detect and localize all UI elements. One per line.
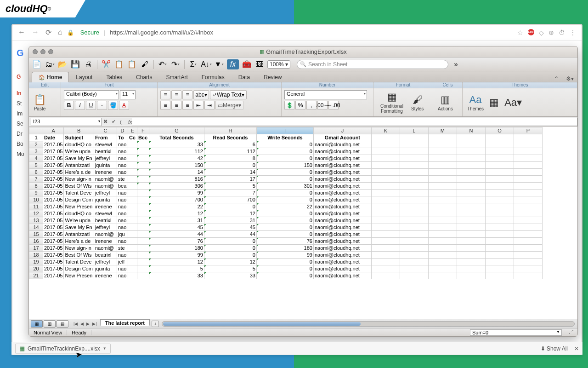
view-layout-icon[interactable]: ▥	[44, 320, 56, 328]
cell[interactable]	[137, 196, 149, 203]
cell[interactable]: jqu	[117, 231, 128, 238]
cell[interactable]	[371, 245, 400, 252]
cell[interactable]: 0	[204, 245, 256, 252]
cell[interactable]: Best Of Wis	[64, 252, 94, 259]
timer-icon[interactable]: ⏱	[559, 29, 565, 36]
cell[interactable]	[371, 141, 400, 148]
sum-display[interactable]: Sum=0	[470, 329, 562, 336]
cell[interactable]: jeffreyl	[94, 155, 117, 162]
cell[interactable]: irenene	[94, 238, 117, 245]
cell[interactable]	[514, 190, 542, 196]
cell[interactable]	[137, 141, 149, 148]
cell[interactable]	[128, 176, 137, 183]
header-cell[interactable]	[428, 134, 457, 141]
cell[interactable]: 45	[204, 224, 256, 231]
row-header[interactable]: 2	[29, 141, 43, 148]
cell[interactable]: 8	[204, 155, 256, 162]
currency-icon[interactable]: 💲	[284, 101, 294, 110]
cell[interactable]	[514, 155, 542, 162]
cell[interactable]	[428, 265, 457, 272]
cell[interactable]	[137, 238, 149, 245]
cell[interactable]	[137, 259, 149, 265]
italic-button[interactable]: I	[75, 101, 85, 110]
cell[interactable]: 44	[149, 231, 204, 238]
cell[interactable]	[457, 148, 485, 155]
cell[interactable]	[428, 238, 457, 245]
row-header[interactable]: 7	[29, 176, 43, 183]
cell[interactable]: 0	[256, 176, 313, 183]
cell[interactable]	[457, 203, 485, 210]
row-header[interactable]: 16	[29, 238, 43, 245]
cell[interactable]	[400, 252, 428, 259]
cell[interactable]	[428, 183, 457, 190]
header-cell[interactable]: Cc	[128, 134, 137, 141]
cell[interactable]	[428, 176, 457, 183]
cell[interactable]: 2017-05	[43, 148, 64, 155]
show-all-button[interactable]: ⬇ Show All	[541, 345, 568, 352]
cell[interactable]	[371, 203, 400, 210]
cell[interactable]: Here's a de	[64, 169, 94, 176]
row-header[interactable]: 4	[29, 155, 43, 162]
header-cell[interactable]: Gmail Account	[313, 134, 371, 141]
cell[interactable]: Talent Deve	[64, 259, 94, 265]
conditional-formatting-button[interactable]: ▦Conditional Formatting	[376, 90, 407, 115]
cell[interactable]: 2017-05	[43, 217, 64, 224]
cell[interactable]: naomi@cloudhq.net	[313, 162, 371, 169]
col-header-M[interactable]: M	[428, 127, 457, 134]
cell[interactable]	[400, 217, 428, 224]
cell[interactable]: naomi@cloudhq.net	[313, 224, 371, 231]
cell[interactable]: irenene	[94, 203, 117, 210]
copy-icon[interactable]: 📋	[114, 59, 124, 69]
cell[interactable]: jeffreyl	[94, 224, 117, 231]
cell[interactable]	[128, 203, 137, 210]
cell[interactable]	[128, 169, 137, 176]
cell[interactable]: 42	[149, 155, 204, 162]
cell[interactable]	[485, 148, 514, 155]
cell[interactable]	[485, 245, 514, 252]
cell[interactable]: 0	[204, 238, 256, 245]
cell[interactable]	[514, 224, 542, 231]
col-header-L[interactable]: L	[400, 127, 428, 134]
cell[interactable]	[371, 252, 400, 259]
cell[interactable]: 0	[256, 155, 313, 162]
merge-button[interactable]: ▭ Merge ▾	[215, 101, 243, 110]
cell[interactable]: 33	[149, 141, 204, 148]
cell[interactable]	[514, 265, 542, 272]
cell[interactable]	[428, 148, 457, 155]
cell[interactable]	[485, 190, 514, 196]
header-cell[interactable]	[485, 134, 514, 141]
cell[interactable]: 0	[256, 217, 313, 224]
media-icon[interactable]: 🖼	[254, 59, 265, 69]
cell[interactable]: Design Com	[64, 265, 94, 272]
cell[interactable]	[400, 245, 428, 252]
forward-icon[interactable]: →	[32, 28, 39, 37]
cell[interactable]	[128, 272, 137, 279]
row-header[interactable]: 21	[29, 272, 43, 279]
cell[interactable]	[457, 224, 485, 231]
view-normal-icon[interactable]: ▦	[31, 320, 43, 328]
cell[interactable]	[137, 155, 149, 162]
cell[interactable]	[514, 252, 542, 259]
cell[interactable]	[400, 265, 428, 272]
col-header-G[interactable]: G	[149, 127, 204, 134]
reload-icon[interactable]: ⟳	[45, 28, 51, 37]
cell[interactable]: 700	[204, 196, 256, 203]
cell[interactable]	[485, 224, 514, 231]
themes-button[interactable]: AaThemes	[465, 93, 486, 112]
cell[interactable]	[514, 238, 542, 245]
cell[interactable]: naomi@cloudhq.net	[313, 231, 371, 238]
cell[interactable]	[371, 238, 400, 245]
cell[interactable]	[400, 141, 428, 148]
accept-formula-icon[interactable]: ✔	[112, 119, 120, 125]
header-cell[interactable]	[371, 134, 400, 141]
cell[interactable]: jquinta	[94, 265, 117, 272]
cell[interactable]: 112	[149, 148, 204, 155]
cell[interactable]: 2017-05	[43, 203, 64, 210]
cell[interactable]: 0	[256, 169, 313, 176]
cell[interactable]: 22	[149, 203, 204, 210]
cell[interactable]: 99	[149, 252, 204, 259]
formula-input[interactable]	[132, 118, 577, 126]
cell[interactable]	[428, 217, 457, 224]
cell[interactable]	[457, 245, 485, 252]
cell[interactable]	[371, 169, 400, 176]
